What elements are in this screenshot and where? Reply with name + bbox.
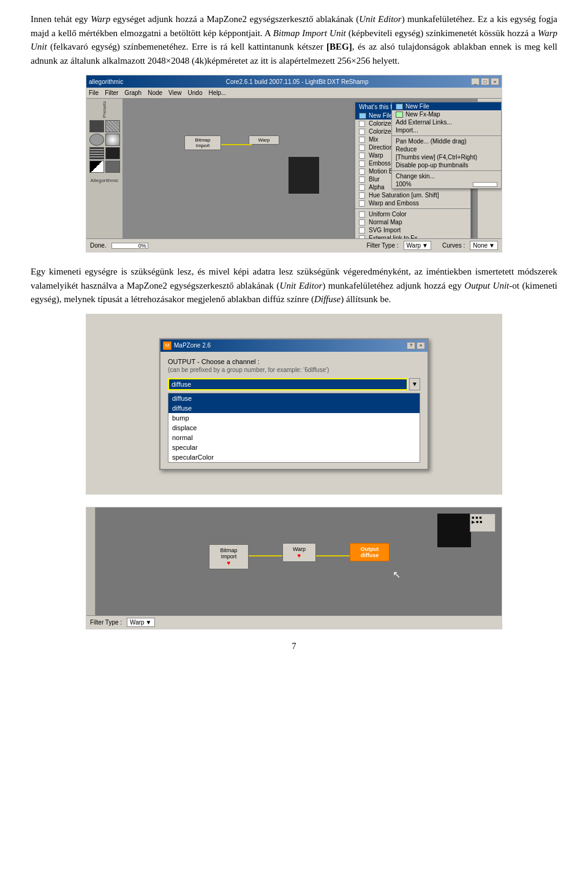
dialog-help-btn[interactable]: ?: [407, 342, 415, 349]
filter-label-1: Filter Type :: [366, 242, 398, 249]
ctx-warp-emboss[interactable]: Warp and Emboss: [355, 199, 470, 207]
indicator-row2: ▶ ■ ■: [472, 520, 494, 525]
warp-node[interactable]: Warp: [249, 135, 279, 145]
list-item-specular-color[interactable]: specularColor: [168, 452, 420, 462]
dialog-close-btn[interactable]: ×: [417, 342, 425, 349]
ctx-ext-link-check: [359, 235, 365, 239]
ctx-hue-sat-check: [359, 192, 365, 199]
thumb-1[interactable]: [89, 120, 104, 132]
warp-node-label: Warp: [252, 137, 276, 143]
dialog-window: M MaPZone 2.6 ? × OUTPUT - Choose a chan…: [159, 338, 429, 470]
thumb-3[interactable]: [89, 134, 104, 146]
dark-preview: [288, 157, 319, 194]
menu-node[interactable]: Node: [148, 89, 162, 96]
zoom-slider[interactable]: [473, 182, 497, 187]
ctx-svg-import[interactable]: SVG Import: [355, 226, 470, 234]
sub-new-file[interactable]: New File: [392, 102, 501, 110]
sub-new-fxmap[interactable]: New Fx-Map: [392, 110, 501, 118]
ctx-uniform-color-label: Uniform Color: [369, 211, 407, 218]
sub-new-fxmap-label: New Fx-Map: [405, 111, 440, 118]
sub-sep-2: [392, 170, 501, 171]
screenshot-3: ■ ■ ■ ▶ ■ ■ BitmapImport ♥ Warp ♥ Output…: [86, 507, 502, 629]
sub-change-skin-label: Change skin...: [396, 173, 435, 180]
filter-arrow-3: ▼: [146, 619, 152, 626]
sub-thumbs-view[interactable]: [Thumbs view] (F4,Ctrl+Right): [392, 153, 501, 161]
thumb-4[interactable]: [105, 134, 120, 146]
filter-combo-1[interactable]: Warp ▼: [404, 241, 431, 250]
menu-view[interactable]: View: [168, 89, 182, 96]
sub-disable-popup[interactable]: Disable pop-up thumbnails: [392, 161, 501, 169]
main-canvas-1[interactable]: BitmapImport Warp What's this frame? (Ct…: [123, 99, 502, 238]
output-node-3[interactable]: Outputdiffuse: [350, 543, 390, 561]
sub-new-file-icon: [396, 104, 403, 110]
bitmap-import-node[interactable]: BitmapImport: [184, 135, 221, 150]
ctx-emboss-check: [359, 161, 365, 167]
sub-reduce-label: Reduce: [396, 146, 417, 153]
thumb-8[interactable]: [105, 161, 120, 173]
progress-bar: 0%: [111, 243, 148, 249]
menu-file[interactable]: File: [89, 89, 99, 96]
ctx-sep-1: [355, 208, 470, 209]
ctx-warp-check: [359, 153, 365, 159]
win-controls-1: _ □ ×: [471, 78, 499, 85]
ctx-new-file-icon: [359, 113, 366, 119]
list-item-normal[interactable]: normal: [168, 433, 420, 442]
filter-dropdown-arrow: ▼: [422, 242, 428, 249]
dialog-win-controls: ? ×: [407, 342, 425, 349]
close-button[interactable]: ×: [491, 78, 499, 85]
menu-help[interactable]: Help...: [208, 89, 226, 96]
dialog-body: OUTPUT - Choose a channel : (can be pref…: [160, 352, 428, 469]
sub-import[interactable]: Import...: [392, 126, 501, 134]
thumb-6[interactable]: [105, 147, 120, 159]
dialog-title-label: MaPZone 2.6: [174, 342, 211, 349]
sub-import-label: Import...: [396, 127, 418, 134]
ctx-ext-link[interactable]: External link to Fx: [355, 234, 470, 238]
sub-pan-mode[interactable]: Pan Mode... (Middle drag): [392, 137, 501, 145]
list-item-specular[interactable]: specular: [168, 442, 420, 452]
thumb-5[interactable]: [89, 147, 104, 159]
sub-reduce[interactable]: Reduce: [392, 145, 501, 153]
screenshot-body-1: Presets Allegorithmic BitmapImport: [86, 99, 502, 238]
menubar-1: File Filter Graph Node View Undo Help...: [86, 88, 502, 99]
screenshot-2-container: M MaPZone 2.6 ? × OUTPUT - Choose a chan…: [86, 314, 502, 495]
dialog-titlebar: M MaPZone 2.6 ? ×: [160, 340, 428, 352]
context-submenu: New File New Fx-Map Add External Links..…: [391, 102, 502, 189]
bitmap-node-label-3: BitmapImport: [212, 547, 246, 560]
minimize-button[interactable]: _: [471, 78, 480, 85]
sub-add-ext[interactable]: Add External Links...: [392, 118, 501, 126]
thumb-2[interactable]: [105, 120, 120, 132]
sub-change-skin[interactable]: Change skin...: [392, 172, 501, 180]
menu-filter[interactable]: Filter: [105, 89, 118, 96]
menu-graph[interactable]: Graph: [124, 89, 141, 96]
list-item-diffuse[interactable]: diffuse: [168, 393, 420, 403]
paragraph-2: Egy kimeneti egységre is szükségünk lesz…: [31, 265, 557, 306]
ctx-hue-sat-label: Hue Saturation [um. Shift]: [369, 192, 439, 199]
menu-undo[interactable]: Undo: [188, 89, 203, 96]
black-preview-3: [437, 514, 471, 547]
curves-combo[interactable]: None ▼: [470, 241, 498, 250]
list-item-bump[interactable]: bump: [168, 413, 420, 423]
maximize-button[interactable]: □: [481, 78, 489, 85]
list-item-diffuse2[interactable]: diffuse: [168, 403, 420, 413]
titlebar-1: allegorithmic Core2.6.1 build 2007.11.05…: [86, 75, 502, 88]
ctx-normal-map[interactable]: Normal Map: [355, 218, 470, 226]
sub-thumbs-view-label: [Thumbs view] (F4,Ctrl+Right): [396, 154, 477, 161]
p1-text: Innen tehát egy Warp egységet adjunk hoz…: [31, 14, 557, 66]
bitmap-import-node-3[interactable]: BitmapImport ♥: [209, 544, 249, 569]
dialog-channel-input[interactable]: [168, 378, 408, 390]
thumb-7[interactable]: [89, 161, 104, 173]
filter-label-3: Filter Type :: [90, 619, 122, 626]
ctx-svg-import-label: SVG Import: [369, 227, 401, 233]
dialog-dropdown-btn[interactable]: ▼: [409, 378, 420, 390]
sub-zoom-row: 100%: [392, 180, 501, 188]
ctx-uniform-color[interactable]: Uniform Color: [355, 210, 470, 218]
list-item-displace[interactable]: displace: [168, 423, 420, 433]
filter-combo-3[interactable]: Warp ▼: [127, 618, 154, 627]
filter-value-1: Warp: [407, 242, 421, 249]
warp-node-3[interactable]: Warp ♥: [282, 543, 316, 562]
ctx-hue-sat[interactable]: Hue Saturation [um. Shift]: [355, 191, 470, 199]
filter-value-3: Warp: [130, 619, 145, 626]
sub-add-ext-label: Add External Links...: [396, 119, 452, 126]
bitmap-node-label: BitmapImport: [187, 137, 218, 148]
titlebar-title-1: Core2.6.1 build 2007.11.05 - LightBit DX…: [226, 78, 369, 85]
